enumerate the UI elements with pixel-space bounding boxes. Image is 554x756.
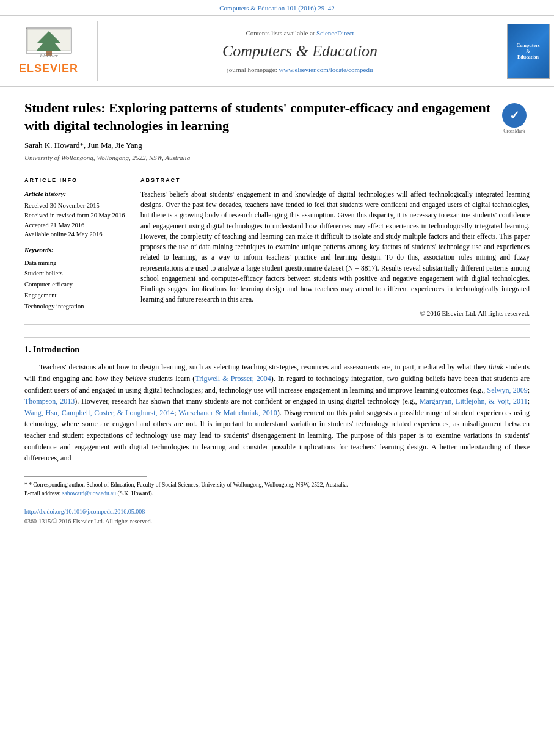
article-info-column: ARTICLE INFO Article history: Received 3… bbox=[24, 176, 128, 318]
revised-date: Received in revised form 20 May 2016 bbox=[24, 211, 128, 220]
ref-trigwell[interactable]: Trigwell & Prosser, 2004 bbox=[195, 374, 271, 383]
journal-homepage: journal homepage: www.elsevier.com/locat… bbox=[227, 65, 373, 75]
divider-1 bbox=[24, 170, 530, 170]
crossmark-icon: ✓ bbox=[502, 103, 527, 128]
keyword-3: Computer-efficacy bbox=[24, 279, 128, 290]
journal-title-section: Contents lists available at ScienceDirec… bbox=[98, 21, 502, 81]
section-1-title: 1. Introduction bbox=[24, 344, 530, 356]
elsevier-text: ELSEVIER bbox=[19, 61, 78, 76]
elsevier-logo: Elsevier ELSEVIER bbox=[15, 26, 82, 76]
email-label: E-mail address: bbox=[24, 490, 60, 496]
copyright-footer: 0360-1315/© 2016 Elsevier Ltd. All right… bbox=[24, 517, 530, 526]
journal-title: Computers & Education bbox=[222, 40, 377, 62]
main-content: Student rules: Exploring patterns of stu… bbox=[0, 87, 554, 538]
article-info-heading: ARTICLE INFO bbox=[24, 176, 128, 184]
received-date: Received 30 November 2015 bbox=[24, 201, 128, 211]
info-abstract-section: ARTICLE INFO Article history: Received 3… bbox=[24, 176, 530, 318]
abstract-column: ABSTRACT Teachers' beliefs about student… bbox=[140, 176, 530, 318]
footnote-divider bbox=[24, 476, 147, 477]
ref-thompson[interactable]: Thompson, 2013 bbox=[24, 397, 75, 405]
abstract-text: Teachers' beliefs about students' engage… bbox=[140, 189, 530, 305]
authors: Sarah K. Howard*, Jun Ma, Jie Yang bbox=[24, 140, 530, 151]
affiliation: University of Wollongong, Wollongong, 25… bbox=[24, 153, 530, 162]
abstract-heading: ABSTRACT bbox=[140, 176, 530, 184]
divider-2 bbox=[24, 324, 530, 325]
journal-cover-section: Computers&Education bbox=[502, 21, 554, 81]
footnote-star: * * Corresponding author. School of Educ… bbox=[24, 481, 530, 489]
ref-margaryan[interactable]: Margaryan, Littlejohn, & Vojt, 2011 bbox=[420, 397, 528, 405]
sciencedirect-link[interactable]: ScienceDirect bbox=[316, 29, 354, 37]
homepage-link[interactable]: www.elsevier.com/locate/compedu bbox=[279, 66, 373, 73]
crossmark-label: CrossMark bbox=[503, 128, 525, 134]
section-1-paragraph-1: Teachers' decisions about how to design … bbox=[24, 362, 530, 463]
ref-wang[interactable]: Wang, Hsu, Campbell, Coster, & Longhurst… bbox=[24, 409, 174, 417]
svg-text:Elsevier: Elsevier bbox=[39, 53, 58, 59]
ref-selwyn[interactable]: Selwyn, 2009 bbox=[487, 386, 528, 394]
keyword-1: Data mining bbox=[24, 258, 128, 269]
keywords-title: Keywords: bbox=[24, 245, 128, 255]
ref-warschauer[interactable]: Warschauer & Matuchniak, 2010 bbox=[178, 409, 277, 417]
keyword-5: Technology integration bbox=[24, 301, 128, 312]
email-link[interactable]: sahoward@uow.edu.au bbox=[62, 490, 116, 496]
doi-link[interactable]: http://dx.doi.org/10.1016/j.compedu.2016… bbox=[24, 508, 145, 515]
keyword-4: Engagement bbox=[24, 290, 128, 301]
body-content: 1. Introduction Teachers' decisions abou… bbox=[24, 337, 530, 464]
article-history: Article history: Received 30 November 20… bbox=[24, 189, 128, 239]
copyright-notice: © 2016 Elsevier Ltd. All rights reserved… bbox=[140, 309, 530, 318]
italic-think: think bbox=[489, 363, 503, 371]
email-note: (S.K. Howard). bbox=[117, 490, 153, 496]
italic-believe: believe bbox=[126, 374, 147, 383]
keyword-2: Student beliefs bbox=[24, 268, 128, 279]
journal-reference: Computers & Education 101 (2016) 29–42 bbox=[0, 0, 554, 15]
journal-header: Elsevier ELSEVIER Contents lists availab… bbox=[0, 15, 554, 87]
elsevier-logo-section: Elsevier ELSEVIER bbox=[0, 21, 98, 81]
cover-title-text: Computers&Education bbox=[516, 43, 539, 60]
article-title-section: Student rules: Exploring patterns of stu… bbox=[24, 93, 530, 134]
available-date: Available online 24 May 2016 bbox=[24, 230, 128, 239]
crossmark-badge: ✓ CrossMark bbox=[499, 103, 530, 134]
journal-cover-image: Computers&Education bbox=[507, 24, 550, 79]
sciencedirect-line: Contents lists available at ScienceDirec… bbox=[246, 29, 354, 38]
article-title: Student rules: Exploring patterns of stu… bbox=[24, 100, 499, 134]
footnote-email: E-mail address: sahoward@uow.edu.au (S.K… bbox=[24, 489, 530, 498]
footnote-section: * * Corresponding author. School of Educ… bbox=[24, 481, 530, 498]
keywords-block: Keywords: Data mining Student beliefs Co… bbox=[24, 245, 128, 312]
history-title: Article history: bbox=[24, 189, 128, 198]
elsevier-tree-icon: Elsevier bbox=[15, 26, 82, 60]
doi-line: http://dx.doi.org/10.1016/j.compedu.2016… bbox=[24, 507, 530, 516]
accepted-date: Accepted 21 May 2016 bbox=[24, 220, 128, 230]
